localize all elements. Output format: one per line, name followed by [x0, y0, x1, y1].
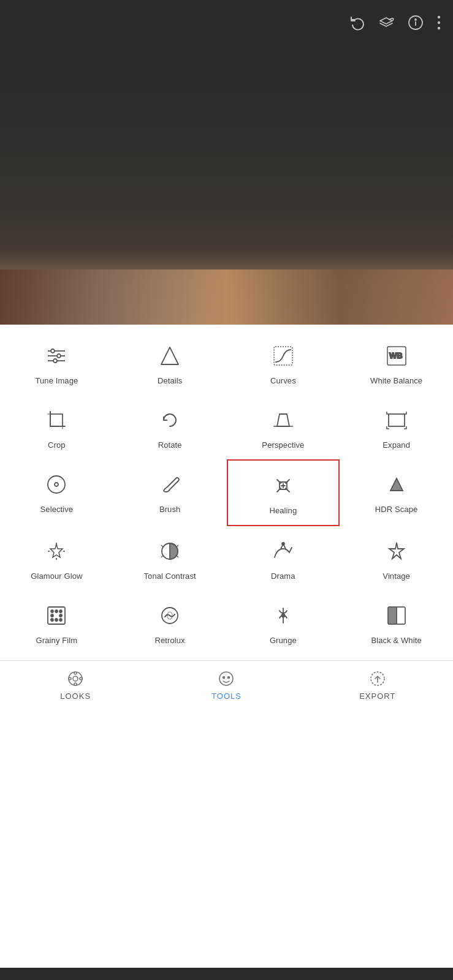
nav-label-looks: LOOKS [60, 692, 91, 701]
undo-icon[interactable] [349, 15, 365, 34]
healing-icon [269, 472, 297, 500]
tool-label-drama: Drama [271, 571, 295, 582]
svg-text:WB: WB [389, 351, 403, 360]
tool-label-hdr-scape: HDR Scape [375, 505, 418, 515]
tool-item-glamour-glow[interactable]: Glamour Glow [0, 526, 113, 590]
brush-icon [156, 470, 184, 499]
image-canvas [0, 49, 453, 325]
tool-item-tune-image[interactable]: Tune Image [0, 331, 113, 395]
tool-label-black-white: Black & White [371, 636, 422, 646]
tool-item-drama[interactable]: Drama [227, 526, 340, 590]
curves-icon [269, 342, 297, 370]
vintage-icon [383, 537, 411, 565]
svg-point-51 [281, 614, 284, 617]
tool-item-tonal-contrast[interactable]: Tonal Contrast [113, 526, 227, 590]
svg-point-44 [51, 614, 53, 617]
svg-point-57 [74, 672, 77, 674]
tool-item-grunge[interactable]: Grunge [227, 590, 340, 655]
tool-label-crop: Crop [48, 440, 66, 451]
tool-item-rotate[interactable]: Rotate [113, 395, 227, 459]
tool-item-curves[interactable]: Curves [227, 331, 340, 395]
tool-label-healing: Healing [269, 506, 297, 516]
wb-icon: WB [383, 342, 411, 370]
details-icon [156, 342, 184, 370]
tool-label-selective: Selective [40, 505, 74, 515]
tool-label-grainy-film: Grainy Film [36, 636, 78, 646]
tool-label-retrolux: Retrolux [155, 636, 185, 646]
tonal-icon [156, 537, 184, 565]
svg-point-47 [55, 619, 58, 621]
svg-point-4 [438, 21, 440, 24]
nav-item-looks[interactable]: LOOKS [0, 669, 151, 701]
tool-label-details: Details [158, 376, 182, 386]
svg-point-38 [282, 543, 284, 545]
svg-point-22 [55, 483, 58, 486]
tool-label-expand: Expand [383, 440, 410, 451]
nav-label-export: EXPORT [359, 692, 395, 701]
tool-item-details[interactable]: Details [113, 331, 227, 395]
grunge-icon [269, 601, 297, 630]
tool-label-perspective: Perspective [262, 440, 304, 451]
retrolux-icon [156, 601, 184, 630]
svg-marker-27 [390, 478, 403, 491]
perspective-icon [269, 406, 297, 434]
tool-label-white-balance: White Balance [370, 376, 422, 386]
svg-point-63 [228, 677, 230, 679]
top-bar [0, 0, 453, 49]
share-icon [368, 669, 387, 688]
nav-item-tools[interactable]: TOOLS [151, 669, 302, 701]
nav-item-export[interactable]: EXPORT [302, 669, 453, 701]
tool-label-rotate: Rotate [158, 440, 182, 451]
tool-label-grunge: Grunge [270, 636, 297, 646]
nav-label-tools: TOOLS [211, 692, 242, 701]
info-icon[interactable] [408, 15, 424, 34]
svg-point-43 [59, 610, 62, 612]
face-icon [217, 669, 235, 688]
layers-icon[interactable] [378, 15, 394, 34]
tool-item-hdr-scape[interactable]: HDR Scape [340, 459, 453, 526]
svg-point-61 [219, 672, 233, 685]
tool-item-expand[interactable]: Expand [340, 395, 453, 459]
svg-point-45 [59, 614, 62, 617]
svg-point-21 [48, 476, 65, 493]
bottom-nav: LOOKS TOOLS EXPORT [0, 660, 453, 709]
tool-item-crop[interactable]: Crop [0, 395, 113, 459]
svg-point-62 [223, 677, 225, 679]
svg-point-42 [55, 610, 58, 612]
svg-rect-54 [397, 607, 405, 624]
more-icon[interactable] [437, 15, 441, 34]
svg-rect-53 [388, 607, 397, 624]
tool-item-grainy-film[interactable]: Grainy Film [0, 590, 113, 655]
tool-item-white-balance[interactable]: WB White Balance [340, 331, 453, 395]
rotate-icon [156, 406, 184, 434]
bw-icon [383, 601, 411, 630]
svg-point-11 [53, 359, 57, 363]
svg-rect-20 [389, 414, 405, 426]
glamour-icon [42, 537, 70, 565]
svg-marker-39 [389, 543, 404, 559]
selective-icon [42, 470, 70, 499]
svg-point-5 [438, 27, 440, 29]
tool-item-black-white[interactable]: Black & White [340, 590, 453, 655]
svg-point-59 [69, 677, 71, 680]
svg-marker-18 [277, 414, 289, 426]
tool-item-healing[interactable]: Healing [227, 459, 340, 526]
drama-icon [269, 537, 297, 565]
hdr-icon [383, 470, 411, 499]
svg-point-58 [74, 683, 77, 685]
tool-item-vintage[interactable]: Vintage [340, 526, 453, 590]
tool-item-retrolux[interactable]: Retrolux [113, 590, 227, 655]
svg-point-10 [57, 354, 61, 358]
image-strip [0, 270, 453, 325]
tool-label-glamour-glow: Glamour Glow [31, 571, 82, 582]
svg-point-2 [415, 19, 416, 20]
tool-label-tune-image: Tune Image [35, 376, 78, 386]
tool-item-brush[interactable]: Brush [113, 459, 227, 526]
svg-marker-12 [161, 347, 178, 364]
svg-point-56 [73, 676, 78, 681]
tool-item-selective[interactable]: Selective [0, 459, 113, 526]
grainy-icon [42, 601, 70, 630]
svg-point-60 [80, 677, 82, 680]
svg-point-46 [51, 619, 53, 621]
tool-item-perspective[interactable]: Perspective [227, 395, 340, 459]
